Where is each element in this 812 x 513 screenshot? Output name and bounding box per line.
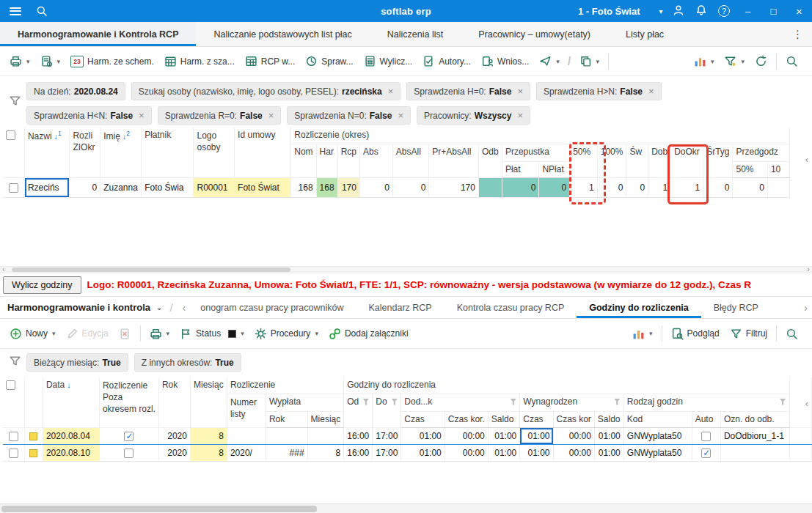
filter-funnel-icon[interactable] <box>510 399 516 405</box>
col-do[interactable]: Do <box>373 394 401 427</box>
filter-funnel-icon[interactable] <box>391 399 398 405</box>
cell-dod-saldo[interactable]: 01:00 <box>488 444 520 461</box>
col-dookr[interactable]: DoOkr <box>671 144 703 177</box>
cell-sw[interactable]: 0 <box>626 177 648 197</box>
cell-rcp[interactable]: 170 <box>337 177 359 197</box>
edit-button[interactable]: Edycja <box>61 323 114 344</box>
select-all-checkbox[interactable] <box>6 130 15 140</box>
scrollbar-thumb[interactable] <box>1 506 317 512</box>
row-checkbox[interactable] <box>9 183 18 193</box>
col-sw[interactable]: Św <box>626 144 648 177</box>
col-dod-czas[interactable]: Czas <box>401 411 445 427</box>
col-nazwisko[interactable]: Nazwi↓1 <box>24 128 70 177</box>
cell-od[interactable]: 16:00 <box>344 444 373 461</box>
filter-chip-biezacy-miesiac[interactable]: Bieżący miesiąc:True <box>26 353 128 372</box>
cell-plat[interactable]: 0 <box>502 177 539 197</box>
cell-miesiac[interactable]: 8 <box>190 427 227 444</box>
cell-dod-czas[interactable]: 01:00 <box>401 444 445 461</box>
select-all-checkbox[interactable] <box>6 380 15 390</box>
cell-numer-listy[interactable] <box>227 427 266 444</box>
cell-srtyg[interactable]: 0 <box>703 177 733 197</box>
filter-chip-szukaj-osoby[interactable]: Szukaj osoby (nazwisko, imię, logo osoby… <box>131 82 401 100</box>
cell-wyplata-rok[interactable] <box>266 427 307 444</box>
tab-bledy-rcp[interactable]: Błędy RCP <box>701 297 771 318</box>
cell-wyn-saldo[interactable]: 01:00 <box>594 427 623 444</box>
filter-funnel-icon[interactable] <box>780 399 786 405</box>
cell-wyplata-rok[interactable]: ### <box>266 444 307 461</box>
col-rcp[interactable]: Rcp <box>337 144 359 177</box>
more-tabs-icon[interactable]: ⋮ <box>792 28 803 41</box>
cell-wyn-czas[interactable]: 01:00 <box>520 444 553 461</box>
col-100[interactable]: 100% <box>597 144 626 177</box>
procedury-button[interactable]: Procedury ▾ <box>249 323 323 344</box>
bottom-horizontal-scrollbar[interactable] <box>0 503 812 513</box>
cell-miesiac[interactable]: 8 <box>190 444 227 461</box>
filter-button[interactable]: Filtruj <box>725 323 772 344</box>
cell-od[interactable]: 16:00 <box>344 427 373 444</box>
minimize-button[interactable]: – <box>735 0 761 22</box>
chevron-left-icon[interactable]: ‹ <box>805 398 808 409</box>
cell-dod-saldo[interactable]: 01:00 <box>488 427 520 444</box>
cell-ozn-do-odb[interactable] <box>720 444 789 461</box>
auto-checkbox[interactable] <box>701 432 711 441</box>
status-button[interactable]: Status ▾ <box>175 323 249 344</box>
maximize-button[interactable]: □ <box>761 0 786 22</box>
cell-wyn-czas[interactable]: 01:00 <box>520 427 553 444</box>
filter-chip-z-innych-okresow[interactable]: Z innych okresów:True <box>134 353 241 372</box>
report-settings-button[interactable]: ▾ <box>35 51 66 72</box>
harm-z-szablonu-button[interactable]: Harm. z sza... <box>159 51 240 72</box>
col-dod-czas-kor[interactable]: Czas kor. <box>445 411 488 427</box>
scroll-right-icon[interactable]: › <box>807 265 810 273</box>
col-kod[interactable]: Kod <box>623 411 692 427</box>
chip-close-icon[interactable]: × <box>388 86 394 96</box>
chart-button[interactable]: ▾ <box>627 323 658 344</box>
rcp-button[interactable]: RCP w... <box>240 51 300 72</box>
chevron-left-icon[interactable]: ‹ <box>805 154 808 165</box>
col-auto[interactable]: Auto <box>692 411 720 427</box>
cell-dod-czas-kor[interactable]: 00:00 <box>445 444 488 461</box>
filter-chip-pracownicy[interactable]: Pracownicy:Wszyscy× <box>417 106 530 125</box>
search-button[interactable] <box>780 51 803 72</box>
wylicz-button[interactable]: Wylicz... <box>359 51 418 72</box>
cell-wyplata-miesiac[interactable]: 8 <box>307 444 344 461</box>
close-button[interactable]: × <box>786 0 812 22</box>
table-row[interactable]: Rzecińs 0 Zuzanna Foto Świa R00001 Foto … <box>3 177 812 197</box>
col-od[interactable]: Od <box>344 394 373 427</box>
cell-platnik[interactable]: Foto Świa <box>142 177 194 197</box>
cell-wyn-czas-kor[interactable]: 00:00 <box>553 427 594 444</box>
cell-rozli[interactable]: 0 <box>70 177 100 197</box>
col-numer-listy[interactable]: Numerlisty <box>227 394 266 427</box>
cell-absall[interactable]: 0 <box>392 177 429 197</box>
cell-50[interactable]: 1 <box>570 177 598 197</box>
table-row[interactable]: 2020.08.10 2020 8 2020/ ### 8 16:00 17:0… <box>3 444 812 461</box>
col-absall[interactable]: AbsAll <box>392 144 429 177</box>
col-rozli-ziokr[interactable]: RozliZIOkr <box>70 128 100 177</box>
preview-button[interactable]: Podgląd <box>666 323 725 344</box>
scroll-left-icon[interactable]: ‹ <box>2 265 5 273</box>
cell-do[interactable]: 17:00 <box>373 444 401 461</box>
new-button[interactable]: Nowy ▾ <box>4 323 61 344</box>
poza-okresem-checkbox[interactable] <box>124 432 133 441</box>
col-wyplata-miesiac[interactable]: Miesiąc <box>307 411 344 427</box>
cell-logo[interactable]: R00001 <box>194 177 235 197</box>
chevron-right-icon[interactable]: › <box>804 302 808 314</box>
cell-prabsall[interactable]: 170 <box>429 177 479 197</box>
cell-numer-listy[interactable]: 2020/ <box>227 444 266 461</box>
cell-nazwisko[interactable]: Rzecińs <box>24 177 70 197</box>
cell-wyn-saldo[interactable]: 01:00 <box>594 444 623 461</box>
col-przedgodz-50[interactable]: 50% <box>733 161 767 177</box>
add-attachments-button[interactable]: Dodaj załączniki <box>323 323 414 344</box>
cell-do[interactable]: 17:00 <box>373 427 401 444</box>
cell-przedgodz-50[interactable]: 0 <box>733 177 767 197</box>
send-button[interactable]: ▾ <box>534 51 565 72</box>
col-dod-saldo[interactable]: Saldo <box>488 411 520 427</box>
cell-ozn-do-odb[interactable]: DoOdbioru_1-1 <box>720 427 789 444</box>
tab-harmonogramowanie[interactable]: Harmonogramowanie i Kontrola RCP <box>0 22 196 46</box>
chart-button[interactable]: ▾ <box>689 51 720 72</box>
tab-harmonogram-czasu-pracy[interactable]: onogram czasu pracy pracowników <box>188 297 356 318</box>
refresh-button[interactable] <box>750 51 772 72</box>
col-miesiac[interactable]: Miesiąc <box>190 377 227 427</box>
cell-100[interactable]: 0 <box>597 177 626 197</box>
cell-przedgodz-100[interactable] <box>767 177 789 197</box>
col-odb[interactable]: Odb <box>478 144 502 177</box>
